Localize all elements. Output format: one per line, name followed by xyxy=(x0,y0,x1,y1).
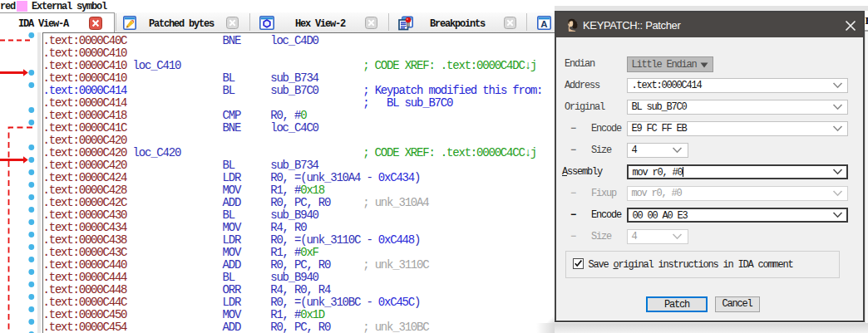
svg-text:A: A xyxy=(540,19,547,29)
